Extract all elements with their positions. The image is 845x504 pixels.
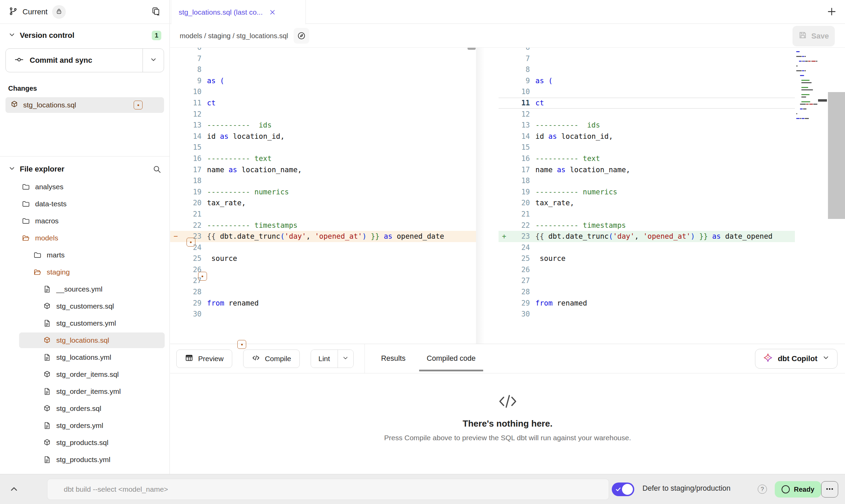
code-line-7[interactable]: 7 bbox=[499, 53, 795, 64]
file-tree-item-stg-products-yml[interactable]: stg_products.yml bbox=[5, 451, 164, 468]
file-tree-item-stg-products-sql[interactable]: stg_products.sql bbox=[5, 434, 164, 451]
version-control-header[interactable]: Version control 1 bbox=[5, 31, 164, 40]
code-line-29[interactable]: 29from renamed bbox=[170, 298, 476, 309]
diff-editor[interactable]: 6789as (1011ct1213---------- ids14id as … bbox=[170, 48, 845, 344]
code-line-9[interactable]: 9as ( bbox=[499, 75, 795, 87]
more-options-button[interactable] bbox=[821, 481, 838, 498]
file-tree-item-marts[interactable]: marts bbox=[5, 247, 164, 264]
lint-options-button[interactable] bbox=[338, 350, 353, 368]
command-input[interactable] bbox=[47, 479, 609, 500]
code-line-23[interactable]: −23{{ dbt.date_trunc('day', 'opened_at')… bbox=[170, 231, 476, 242]
code-line-14[interactable]: 14id as location_id, bbox=[499, 131, 795, 142]
code-line-12[interactable]: 12 bbox=[499, 109, 795, 120]
code-line-27[interactable]: 27 bbox=[170, 275, 476, 286]
file-tree-item-stg-customers-yml[interactable]: stg_customers.yml bbox=[5, 315, 164, 332]
code-line-20[interactable]: 20tax_rate, bbox=[170, 197, 476, 209]
new-tab-plus-icon[interactable] bbox=[826, 6, 837, 19]
code-line-8[interactable]: 8 bbox=[499, 64, 795, 75]
code-line-6[interactable]: 6 bbox=[499, 48, 795, 53]
code-line-26[interactable]: 26 bbox=[170, 264, 476, 276]
pane-sash[interactable] bbox=[476, 48, 492, 344]
code-line-19[interactable]: 19---------- numerics bbox=[499, 187, 795, 198]
preview-button[interactable]: Preview bbox=[176, 350, 232, 368]
defer-toggle[interactable] bbox=[612, 483, 634, 496]
code-line-13[interactable]: 13---------- ids bbox=[170, 120, 476, 131]
code-line-11[interactable]: 11ct bbox=[499, 98, 795, 109]
code-line-21[interactable]: 21 bbox=[499, 209, 795, 220]
code-line-14[interactable]: 14id as location_id, bbox=[170, 131, 476, 142]
code-line-13[interactable]: 13---------- ids bbox=[499, 120, 795, 131]
tab-compiled-code[interactable]: Compiled code bbox=[427, 344, 475, 373]
dbt-copilot-button[interactable]: dbt Copilot bbox=[755, 349, 837, 369]
code-line-25[interactable]: 25 source bbox=[499, 253, 795, 264]
file-explorer-header[interactable]: File explorer bbox=[5, 165, 164, 174]
tab-results[interactable]: Results bbox=[381, 344, 406, 373]
code-line-8[interactable]: 8 bbox=[170, 64, 476, 75]
code-line-10[interactable]: 10 bbox=[499, 86, 795, 98]
file-tree-item-models[interactable]: models bbox=[5, 229, 164, 247]
code-line-24[interactable]: 24 bbox=[499, 242, 795, 253]
file-tree-item-data-tests[interactable]: data-tests bbox=[5, 195, 164, 212]
code-line-28[interactable]: 28 bbox=[499, 286, 795, 298]
search-icon[interactable] bbox=[152, 165, 161, 174]
code-line-30[interactable]: 30 bbox=[499, 309, 795, 320]
line-number: 28 bbox=[514, 286, 530, 298]
file-tree-item-stg-locations-sql[interactable]: stg_locations.sql bbox=[5, 332, 164, 349]
file-tree-item-stg-locations-yml[interactable]: stg_locations.yml bbox=[5, 349, 164, 366]
code-line-19[interactable]: 19---------- numerics bbox=[170, 187, 476, 198]
code-line-10[interactable]: 10 bbox=[170, 86, 476, 98]
commit-options-button[interactable] bbox=[143, 49, 164, 72]
code-line-11[interactable]: 11ct bbox=[170, 98, 476, 109]
code-line-6[interactable]: 6 bbox=[170, 48, 476, 53]
duplicate-icon[interactable] bbox=[151, 6, 161, 17]
editor-scrollbar[interactable] bbox=[828, 92, 845, 219]
file-tree-item-stg-order-items-sql[interactable]: stg_order_items.sql bbox=[5, 366, 164, 383]
file-tree-item-analyses[interactable]: analyses bbox=[5, 178, 164, 195]
diff-pane-modified[interactable]: 6789as (1011ct1213---------- ids14id as … bbox=[499, 48, 795, 344]
file-tree-item-stg-orders-yml[interactable]: stg_orders.yml bbox=[5, 417, 164, 434]
close-icon[interactable] bbox=[269, 9, 276, 16]
file-tree-item--sources-yml[interactable]: __sources.yml bbox=[5, 281, 164, 298]
code-line-22[interactable]: 22---------- timestamps bbox=[170, 220, 476, 231]
code-line-27[interactable]: 27 bbox=[499, 275, 795, 286]
minimap[interactable] bbox=[796, 51, 817, 123]
code-line-15[interactable]: 15 bbox=[170, 142, 476, 153]
lint-button[interactable]: Lint bbox=[311, 350, 338, 368]
code-line-7[interactable]: 7 bbox=[170, 53, 476, 64]
lineage-compass-icon[interactable] bbox=[294, 28, 309, 44]
code-line-15[interactable]: 15 bbox=[499, 142, 795, 153]
commit-and-sync-button[interactable]: Commit and sync bbox=[6, 49, 143, 72]
code-line-9[interactable]: 9as ( bbox=[170, 75, 476, 87]
help-icon[interactable]: ? bbox=[758, 485, 767, 494]
scrollbar-thumb[interactable] bbox=[468, 48, 476, 50]
status-ready-badge[interactable]: Ready bbox=[775, 481, 821, 498]
tab-stg-locations[interactable]: stg_locations.sql (last co... bbox=[171, 0, 306, 24]
code-line-22[interactable]: 22---------- timestamps bbox=[499, 220, 795, 231]
file-tree-item-staging[interactable]: staging bbox=[5, 264, 164, 281]
code-line-26[interactable]: 26 bbox=[499, 264, 795, 276]
code-line-23[interactable]: +23{{ dbt.date_trunc('day', 'opened_at')… bbox=[499, 231, 795, 242]
code-line-18[interactable]: 18 bbox=[170, 175, 476, 187]
code-line-25[interactable]: 25 source bbox=[170, 253, 476, 264]
changed-file-row[interactable]: stg_locations.sql bbox=[5, 97, 164, 113]
code-line-16[interactable]: 16---------- text bbox=[499, 153, 795, 164]
code-line-29[interactable]: 29from renamed bbox=[499, 298, 795, 309]
code-line-20[interactable]: 20tax_rate, bbox=[499, 197, 795, 209]
code-line-12[interactable]: 12 bbox=[170, 109, 476, 120]
file-tree-item-stg-order-items-yml[interactable]: stg_order_items.yml bbox=[5, 383, 164, 400]
diff-pane-original[interactable]: 6789as (1011ct1213---------- ids14id as … bbox=[170, 48, 476, 344]
save-button[interactable]: Save bbox=[792, 26, 835, 46]
code-line-24[interactable]: 24 bbox=[170, 242, 476, 253]
code-line-16[interactable]: 16---------- text bbox=[170, 153, 476, 164]
chevron-up-icon[interactable] bbox=[9, 484, 19, 495]
file-tree-item-stg-customers-sql[interactable]: stg_customers.sql bbox=[5, 298, 164, 315]
file-tree-item-stg-orders-sql[interactable]: stg_orders.sql bbox=[5, 400, 164, 417]
code-line-21[interactable]: 21 bbox=[170, 209, 476, 220]
code-line-28[interactable]: 28 bbox=[170, 286, 476, 298]
code-line-30[interactable]: 30 bbox=[170, 309, 476, 320]
file-tree-item-macros[interactable]: macros bbox=[5, 212, 164, 229]
code-line-17[interactable]: 17name as location_name, bbox=[170, 164, 476, 176]
code-line-18[interactable]: 18 bbox=[499, 175, 795, 187]
code-line-17[interactable]: 17name as location_name, bbox=[499, 164, 795, 176]
compile-button[interactable]: Compile bbox=[243, 350, 300, 368]
